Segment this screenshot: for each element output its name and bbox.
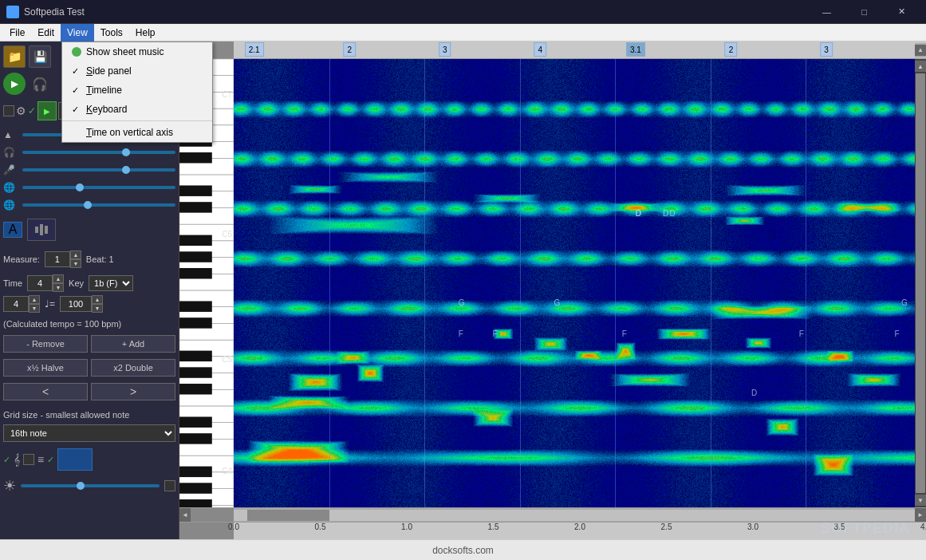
menu-tools[interactable]: Tools [94,24,129,41]
ruler-tab-3-1: 3.1 [626,42,645,57]
loop-checkbox[interactable] [3,105,14,116]
earth2-track[interactable] [22,203,175,207]
treble-clef-icon[interactable]: 𝄞 [14,453,20,467]
menu-item-timeline-label: Timeline [86,85,122,96]
mini-preview[interactable] [57,448,93,471]
minimize-button[interactable]: — [809,0,845,24]
ruler-num-0-0: 0.0 [228,523,239,531]
time-den-up[interactable]: ▲ [29,295,40,304]
piano-viz-area: 2.1 2 3 4 3.1 2 3 ▲ C7 C6 C5 C4 [179,41,926,539]
headphone-volume-icon: 🎧 [3,147,19,158]
color-box[interactable] [23,454,34,465]
eq-icon[interactable]: ≡ [37,453,44,466]
menu-item-side-panel-label: Side panel [86,65,132,77]
ruler-num-3-0: 3.0 [747,523,759,531]
menubar: File Edit View Tools Help [0,24,926,41]
ruler-num-2-0: 2.0 [574,523,585,531]
earth1-slider-row: 🌐 [3,179,175,196]
earth1-track[interactable] [22,186,175,189]
scroll-up-btn[interactable]: ▲ [915,45,926,56]
prev-button[interactable]: < [3,383,88,400]
footer-text: docksofts.com [432,545,494,556]
earth2-slider-row: 🌐 [3,196,175,214]
grid-vline-5 [711,59,711,507]
play-button[interactable]: ▶ [3,73,26,95]
ruler-num-4-0: 4.0 [920,523,926,531]
timeline-scrollbar[interactable] [234,510,915,521]
bottom-checkbox[interactable] [164,480,175,491]
visualization-canvas[interactable] [234,59,915,507]
view-dropdown-menu: Show sheet music ✓ Side panel ✓ Timeline… [61,41,213,143]
mode-row: A [3,219,175,241]
earth2-icon: 🌐 [3,199,19,211]
measure-down[interactable]: ▼ [70,259,81,268]
menu-item-keyboard[interactable]: ✓ Keyboard [62,100,212,119]
time-num-down[interactable]: ▼ [53,283,64,292]
right-scrollbar[interactable]: ▲ ▼ [915,59,926,507]
menu-file[interactable]: File [3,24,31,41]
grid-size-select[interactable]: 16th note 8th note Quarter note [3,424,175,442]
time-numerator: 4 [27,275,53,291]
measure-row: Measure: 1 ▲ ▼ Beat: 1 [3,250,175,268]
maximize-button[interactable]: □ [846,0,882,24]
measure-spinbox[interactable]: 1 ▲ ▼ [45,250,81,268]
ruler-tab-2b: 2 [725,42,738,57]
menu-edit[interactable]: Edit [31,24,61,41]
time-den-down[interactable]: ▼ [29,304,40,313]
ruler-num-1-5: 1.5 [488,523,499,531]
mode-box[interactable]: A [3,222,22,238]
scroll-thumb[interactable] [916,73,925,493]
brightness-track[interactable] [21,484,160,487]
x-double-button[interactable]: x2 Double [91,359,175,377]
timeline-left-btn[interactable]: ◄ [179,508,191,522]
ruler-num-2-5: 2.5 [661,523,672,531]
menu-separator [62,120,212,121]
timeline-right-btn[interactable]: ► [915,508,926,522]
sun-icon[interactable]: ☀ [3,477,16,495]
note-value-down[interactable]: ▼ [92,304,103,313]
check-icon-side-panel: ✓ [72,66,81,77]
menu-item-show-sheet[interactable]: Show sheet music [62,42,212,61]
remove-button[interactable]: - Remove [3,335,88,353]
piano-c6-label: C6 [222,230,232,239]
window-controls: — □ ✕ [809,0,920,24]
menu-view[interactable]: View [61,24,94,41]
next-button[interactable]: > [91,383,175,400]
save-button[interactable]: 💾 [29,45,51,68]
timeline-scroll-thumb[interactable] [247,510,329,521]
time-signature-row: Time 4 ▲ ▼ Key 1b (F) C G [3,274,175,313]
scroll-down-button[interactable]: ▼ [915,495,926,506]
note-value-spinbox[interactable]: 100 ▲ ▼ [60,295,103,313]
note-value-up[interactable]: ▲ [92,295,103,304]
menu-help[interactable]: Help [129,24,162,41]
ruler-tab-3b: 3 [820,42,833,57]
headphone-volume-track[interactable] [22,151,175,154]
menu-item-time-vertical[interactable]: ✓ Time on vertical axis [62,123,212,142]
measure-up[interactable]: ▲ [70,250,81,259]
check-icon-time-vertical: ✓ [72,128,81,138]
add-button[interactable]: + Add [91,335,175,353]
menu-item-side-panel[interactable]: ✓ Side panel [62,61,212,81]
half-double-row: x½ Halve x2 Double [3,359,175,377]
top-scrollbar-area: ▲ [915,43,926,57]
time-num-up[interactable]: ▲ [53,274,64,283]
scroll-up-button[interactable]: ▲ [915,61,926,72]
menu-item-keyboard-label: Keyboard [86,104,127,115]
time-den-spinbox[interactable]: 4 ▲ ▼ [3,295,40,313]
key-select[interactable]: 1b (F) C G [89,275,133,291]
x-half-button[interactable]: x½ Halve [3,359,88,377]
time-num-spinbox[interactable]: 4 ▲ ▼ [27,274,64,292]
open-file-button[interactable]: 📁 [3,45,26,68]
mic-volume-slider-row: 🎤 [3,161,175,179]
grid-vline-6 [806,59,806,507]
close-button[interactable]: ✕ [884,0,920,24]
record-button[interactable]: ▶ [37,101,57,120]
menu-item-show-sheet-label: Show sheet music [86,46,164,57]
master-volume-icon: ▲ [3,129,19,140]
mic-volume-track[interactable] [22,168,175,172]
menu-item-timeline[interactable]: ✓ Timeline [62,81,212,100]
app-title: Softpedia Test [24,6,85,18]
note-value: 100 [60,296,92,312]
gear-icon[interactable]: ⚙ [16,105,26,117]
measure-label: Measure: [3,254,40,264]
